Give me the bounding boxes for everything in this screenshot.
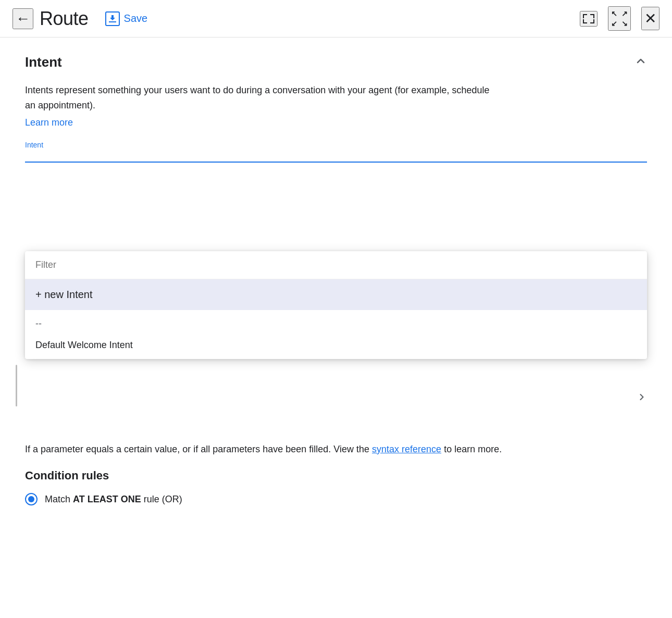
match-text: Match AT LEAST ONE rule (OR) [45,494,182,505]
match-rule-row: Match AT LEAST ONE rule (OR) [25,493,647,505]
header-right: ↖↗ ↙↘ ✕ [580,6,659,31]
expand-chevron-icon[interactable] [637,394,647,404]
main-content: Intent Intents represent something your … [0,38,672,522]
collapse-button[interactable]: ↖↗ ↙↘ [608,6,631,31]
intent-section-header: Intent [25,54,647,70]
dropdown-filter-area [25,251,647,279]
intent-section-title: Intent [25,54,62,70]
filter-input[interactable] [35,259,637,270]
expand-area [637,392,647,405]
back-arrow-icon: ← [16,11,30,26]
new-intent-option[interactable]: + new Intent [25,279,647,310]
intent-input[interactable] [25,145,647,159]
close-icon: ✕ [644,10,656,27]
save-label: Save [124,13,148,24]
svg-rect-0 [109,21,116,22]
learn-more-link[interactable]: Learn more [25,117,73,128]
fullscreen-icon [583,14,594,23]
radio-button[interactable] [25,493,38,505]
fullscreen-button[interactable] [580,11,598,27]
dropdown-separator: -- [25,310,647,331]
condition-rules-title: Condition rules [25,469,647,483]
header-left: ← Route Save [13,7,580,30]
collapse-section-icon[interactable] [634,55,647,70]
save-button[interactable]: Save [99,7,154,30]
intent-input-wrapper: Intent [25,145,647,163]
save-icon [105,11,120,26]
back-button[interactable]: ← [13,8,33,29]
list-item[interactable]: Default Welcome Intent [25,331,647,359]
condition-description: If a parameter equals a certain value, o… [25,442,647,457]
intent-field-container: Intent [25,145,647,163]
page-title: Route [40,8,89,30]
intent-dropdown: + new Intent -- Default Welcome Intent [25,251,647,359]
condition-section: If a parameter equals a certain value, o… [25,434,647,506]
close-button[interactable]: ✕ [641,7,659,30]
intent-description: Intents represent something your users w… [25,83,494,113]
collapse-icon: ↖↗ ↙↘ [611,9,628,28]
syntax-reference-link[interactable]: syntax reference [372,444,441,454]
header: ← Route Save [0,0,672,38]
intent-field-label: Intent [25,141,43,149]
radio-inner [28,496,34,502]
sidebar-indicator [16,365,17,406]
